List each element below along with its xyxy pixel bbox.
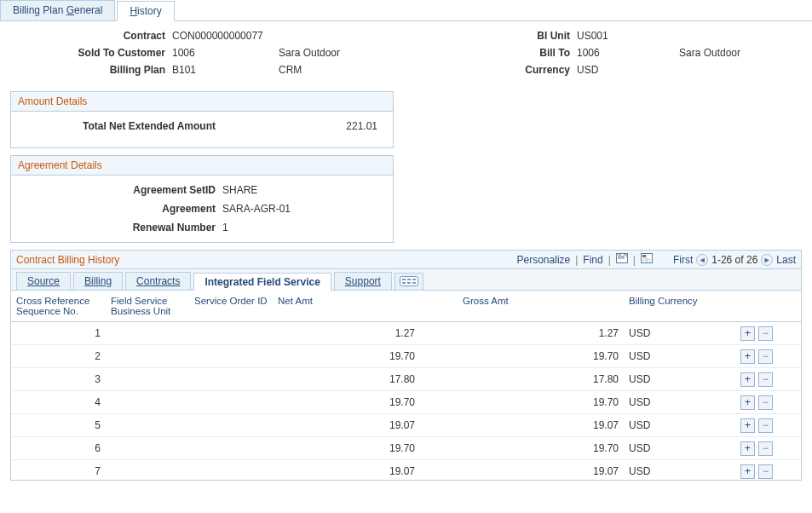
- tab-history[interactable]: History: [117, 1, 174, 21]
- grid-tab-support[interactable]: Support: [334, 272, 392, 290]
- grid-body[interactable]: 11.271.27USD+−219.7019.70USD+−317.8017.8…: [11, 322, 801, 480]
- pager-first[interactable]: First: [673, 254, 693, 266]
- cell-so: [189, 353, 273, 360]
- grid-tab-source[interactable]: Source: [16, 272, 71, 290]
- col-cross-ref-seq[interactable]: Cross Reference Sequence No.: [11, 291, 106, 321]
- col-gross-amt[interactable]: Gross Amt: [420, 291, 624, 321]
- delete-row-button[interactable]: −: [758, 349, 773, 364]
- tab-billing-plan-general[interactable]: Billing Plan General: [0, 0, 115, 20]
- agreement-setid-label: Agreement SetID: [18, 184, 222, 196]
- currency-value: USD: [577, 64, 598, 76]
- col-field-service-bu[interactable]: Field Service Business Unit: [106, 291, 189, 321]
- bill-to-name: Sara Outdoor: [679, 47, 740, 59]
- table-row: 719.0719.07USD+−: [11, 460, 801, 480]
- grid-tab-contracts[interactable]: Contracts: [125, 272, 191, 290]
- amount-details-title: Amount Details: [11, 92, 393, 112]
- grid-tab-billing[interactable]: Billing: [73, 272, 123, 290]
- bi-unit-value: US001: [577, 30, 608, 42]
- find-link[interactable]: Find: [583, 254, 602, 266]
- cell-seq: 7: [11, 462, 106, 480]
- cell-gross: 17.80: [420, 370, 624, 389]
- bill-to-label: Bill To: [517, 47, 577, 59]
- grid-tab-show-all-icon[interactable]: [394, 273, 423, 290]
- add-row-button[interactable]: +: [740, 441, 755, 456]
- cell-cur: USD: [624, 370, 734, 389]
- cell-bu: [106, 468, 189, 475]
- zoom-icon[interactable]: [616, 253, 628, 266]
- cell-net: 19.70: [273, 393, 420, 412]
- delete-row-button[interactable]: −: [758, 372, 773, 387]
- table-row: 619.7019.70USD+−: [11, 437, 801, 460]
- cell-gross: 19.70: [420, 439, 624, 458]
- agreement-value: SARA-AGR-01: [222, 203, 384, 215]
- cell-seq: 6: [11, 439, 106, 458]
- svg-rect-5: [407, 279, 411, 280]
- cell-bu: [106, 353, 189, 360]
- cell-gross: 19.07: [420, 416, 624, 435]
- table-row: 317.8017.80USD+−: [11, 368, 801, 391]
- cell-gross: 19.07: [420, 462, 624, 480]
- cell-cur: USD: [624, 439, 734, 458]
- col-service-order-id[interactable]: Service Order ID: [189, 291, 273, 321]
- cell-seq: 1: [11, 324, 106, 343]
- add-row-button[interactable]: +: [740, 464, 755, 479]
- cell-so: [189, 376, 273, 383]
- cell-so: [189, 399, 273, 406]
- cell-so: [189, 422, 273, 429]
- personalize-link[interactable]: Personalize: [517, 254, 571, 266]
- download-icon[interactable]: [641, 253, 653, 266]
- sold-to-id: 1006: [172, 47, 195, 59]
- sold-to-name: Sara Outdoor: [279, 47, 340, 59]
- currency-label: Currency: [517, 64, 577, 76]
- contract-value: CON000000000077: [172, 30, 263, 42]
- col-net-amt[interactable]: Net Amt: [273, 291, 420, 321]
- add-row-button[interactable]: +: [740, 372, 755, 387]
- add-row-button[interactable]: +: [740, 326, 755, 341]
- cell-bu: [106, 330, 189, 337]
- svg-rect-6: [412, 279, 416, 280]
- pager-next-icon[interactable]: ►: [761, 254, 773, 266]
- delete-row-button[interactable]: −: [758, 418, 773, 433]
- svg-rect-3: [400, 277, 418, 286]
- add-row-button[interactable]: +: [740, 349, 755, 364]
- contract-billing-history-grid: Contract Billing History Personalize | F…: [10, 250, 802, 481]
- delete-row-button[interactable]: −: [758, 326, 773, 341]
- grid-title: Contract Billing History: [16, 254, 119, 266]
- total-net-label: Total Net Extended Amount: [18, 120, 222, 132]
- cell-seq: 5: [11, 416, 106, 435]
- delete-row-button[interactable]: −: [758, 395, 773, 410]
- total-net-value: 221.01: [222, 120, 384, 132]
- agreement-label: Agreement: [18, 203, 222, 215]
- cell-bu: [106, 399, 189, 406]
- pager-prev-icon[interactable]: ◄: [696, 254, 708, 266]
- cell-seq: 4: [11, 393, 106, 412]
- table-row: 419.7019.70USD+−: [11, 391, 801, 414]
- cell-seq: 3: [11, 370, 106, 389]
- grid-tab-integrated-field-service[interactable]: Integrated Field Service: [193, 273, 331, 291]
- agreement-setid-value: SHARE: [222, 184, 384, 196]
- cell-net: 17.80: [273, 370, 420, 389]
- table-row: 519.0719.07USD+−: [11, 414, 801, 437]
- cell-cur: USD: [624, 416, 734, 435]
- svg-rect-9: [412, 282, 416, 284]
- cell-cur: USD: [624, 347, 734, 366]
- cell-net: 1.27: [273, 324, 420, 343]
- cell-net: 19.07: [273, 462, 420, 480]
- agreement-details-title: Agreement Details: [11, 156, 393, 176]
- col-billing-currency[interactable]: Billing Currency: [624, 291, 734, 321]
- page-tabs: Billing Plan General History: [0, 0, 812, 21]
- add-row-button[interactable]: +: [740, 395, 755, 410]
- cell-seq: 2: [11, 347, 106, 366]
- add-row-button[interactable]: +: [740, 418, 755, 433]
- sold-to-label: Sold To Customer: [10, 47, 172, 59]
- delete-row-button[interactable]: −: [758, 464, 773, 479]
- cell-gross: 19.70: [420, 393, 624, 412]
- cell-so: [189, 330, 273, 337]
- cell-gross: 19.70: [420, 347, 624, 366]
- delete-row-button[interactable]: −: [758, 441, 773, 456]
- cell-bu: [106, 422, 189, 429]
- svg-rect-4: [402, 279, 406, 280]
- cell-cur: USD: [624, 393, 734, 412]
- billing-plan-label: Billing Plan: [10, 64, 172, 76]
- pager-last[interactable]: Last: [776, 254, 796, 266]
